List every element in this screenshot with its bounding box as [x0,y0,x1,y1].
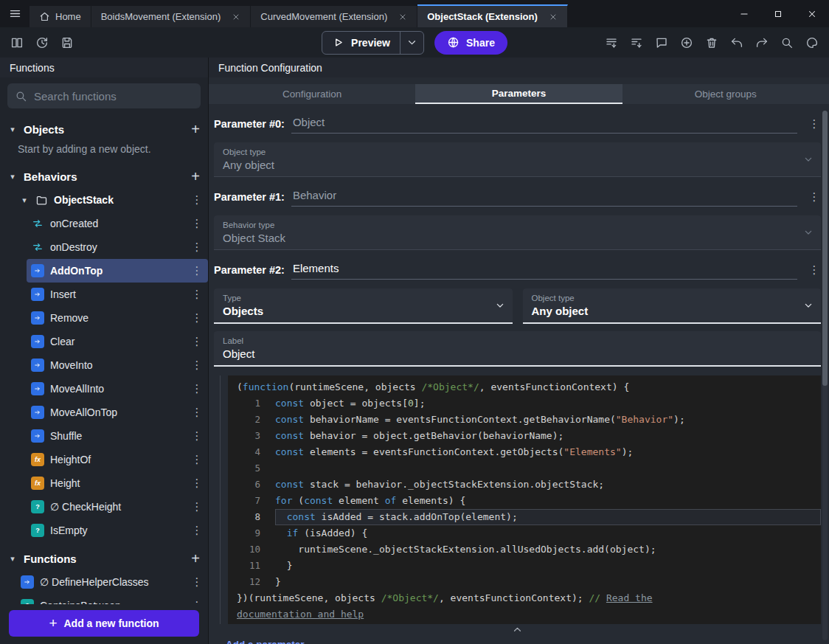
code-line[interactable]: 5 [228,460,821,477]
close-button[interactable] [795,0,829,27]
titlebar-tab-objectstack-extension[interactable]: ObjectStack (Extension) [417,4,568,27]
parameter-2-type-select[interactable]: Type Objects [214,288,513,324]
kebab-icon[interactable]: ⋮ [808,117,821,131]
main-scrollbar[interactable] [822,111,828,640]
code-line[interactable]: 8 const isAdded = stack.addOnTop(element… [228,509,821,525]
trash-button[interactable] [701,32,723,54]
function-item-containsbetween[interactable]: ?ContainsBetween⋮ [16,594,208,604]
code-line[interactable]: })(runtimeScene, objects /*Object*/, eve… [228,590,821,606]
close-icon[interactable] [398,13,407,21]
function-item-addontop[interactable]: AddOnTop⋮ [27,259,208,283]
plus-icon[interactable]: + [187,168,204,185]
parameter-1-name-field[interactable]: Behavior [291,187,797,207]
undo-button[interactable] [726,32,748,54]
section-behaviors[interactable]: ▾Behaviors+ [0,165,208,188]
function-item-clear[interactable]: Clear⋮ [27,330,208,353]
function-item-moveinto[interactable]: MoveInto⋮ [27,353,208,377]
parameter-0-object-type-select[interactable]: Object type Any object [214,142,821,177]
code-line[interactable]: 12} [228,574,821,590]
kebab-icon[interactable]: ⋮ [190,240,204,254]
kebab-icon[interactable]: ⋮ [190,288,204,301]
search-box[interactable] [7,83,201,108]
plus-icon[interactable]: + [187,121,204,138]
parameter-2-name-field[interactable]: Elements [291,260,797,280]
tab-configuration[interactable]: Configuration [209,84,415,104]
search-input[interactable] [34,90,193,103]
code-editor[interactable]: (function(runtimeScene, objects /*Object… [228,375,821,624]
theme-button[interactable] [801,32,823,54]
code-line[interactable]: 2const behaviorName = eventsFunctionCont… [228,412,821,428]
tab-parameters[interactable]: Parameters [415,84,622,104]
parameter-0-name-field[interactable]: Object [291,114,797,134]
feedback-button[interactable] [651,32,673,54]
add-new-function-button[interactable]: + Add a new function [9,610,199,637]
function-item-ondestroy[interactable]: onDestroy⋮ [27,235,208,259]
preview-options-button[interactable] [400,32,423,54]
code-line[interactable]: 4const elements = eventsFunctionContext.… [228,444,821,460]
minimize-button[interactable] [727,0,761,27]
save-button[interactable] [56,32,78,54]
kebab-icon[interactable]: ⋮ [190,335,204,348]
chevron-down-icon[interactable]: ▾ [19,195,30,205]
parameter-1-behavior-type-select[interactable]: Behavior type Object Stack [214,215,821,250]
chevron-down-icon[interactable]: ▾ [7,554,18,564]
kebab-icon[interactable]: ⋮ [190,429,204,443]
parameter-2-object-type-select[interactable]: Object type Any object [523,288,822,324]
section-functions[interactable]: ▾Functions+ [0,547,208,570]
code-line[interactable]: 11 } [228,558,821,574]
close-icon[interactable] [549,13,558,21]
tab-object-groups[interactable]: Object groups [622,84,829,104]
close-icon[interactable] [232,13,240,21]
plus-icon[interactable]: + [187,550,204,567]
preview-split-button[interactable]: Preview [322,31,424,55]
kebab-icon[interactable]: ⋮ [190,453,204,466]
function-item-heightof[interactable]: fxHeightOf⋮ [27,448,208,471]
kebab-icon[interactable]: ⋮ [190,382,204,395]
code-line[interactable]: 1const object = objects[0]; [228,395,821,412]
kebab-icon[interactable]: ⋮ [190,311,204,325]
documentation-link[interactable]: Read the [606,592,653,603]
function-item-height[interactable]: fxHeight⋮ [27,471,208,495]
layout-button[interactable] [6,32,28,54]
code-line[interactable]: (function(runtimeScene, objects /*Object… [228,379,821,395]
function-item-insert[interactable]: Insert⋮ [27,283,208,306]
function-item-oncreated[interactable]: onCreated⋮ [27,212,208,235]
kebab-icon[interactable]: ⋮ [190,477,204,490]
kebab-icon[interactable]: ⋮ [190,193,204,207]
kebab-icon[interactable]: ⋮ [190,217,204,230]
function-item-moveallontop[interactable]: MoveAllOnTop⋮ [27,401,208,424]
section-objects[interactable]: ▾Objects+ [0,117,208,141]
titlebar-tab-home[interactable]: Home [30,6,91,27]
kebab-icon[interactable]: ⋮ [190,599,204,604]
import-button[interactable] [625,32,648,54]
titlebar-tab-curvedmovement-extension[interactable]: CurvedMovement (Extension) [251,6,417,27]
add-circle-button[interactable] [676,32,698,54]
folder-objectstack[interactable]: ▾ObjectStack⋮ [0,188,208,212]
publish-button[interactable] [600,32,622,54]
redo-button[interactable] [751,32,773,54]
function-item-isempty[interactable]: ?IsEmpty⋮ [27,519,208,542]
code-line[interactable]: 6const stack = behavior._objectStackExte… [228,477,821,493]
scrollbar-thumb[interactable] [822,111,828,386]
code-line[interactable]: 10 runtimeScene._objectStackExtension.al… [228,541,821,558]
kebab-icon[interactable]: ⋮ [190,359,204,372]
search-button[interactable] [776,32,798,54]
chevron-down-icon[interactable]: ▾ [7,172,18,181]
function-item-definehelperclasses[interactable]: ∅ DefineHelperClasses⋮ [16,570,208,594]
scroll-up-hint[interactable] [214,624,821,634]
kebab-icon[interactable]: ⋮ [190,575,204,589]
add-parameter-button[interactable]: Add a parameter [226,639,305,644]
kebab-icon[interactable]: ⋮ [190,406,204,419]
code-line[interactable]: 9 if (isAdded) { [228,525,821,541]
kebab-icon[interactable]: ⋮ [808,190,821,204]
code-line[interactable]: documentation and help [228,606,821,623]
kebab-icon[interactable]: ⋮ [808,263,821,277]
titlebar-tab-boidsmovement-extension[interactable]: BoidsMovement (Extension) [91,6,252,27]
function-item-shuffle[interactable]: Shuffle⋮ [27,424,208,448]
kebab-icon[interactable]: ⋮ [190,524,204,537]
share-button[interactable]: Share [434,31,507,55]
function-item-moveallinto[interactable]: MoveAllInto⋮ [27,377,208,401]
maximize-button[interactable] [761,0,795,27]
kebab-icon[interactable]: ⋮ [190,500,204,513]
documentation-link[interactable]: documentation and help [237,609,364,620]
